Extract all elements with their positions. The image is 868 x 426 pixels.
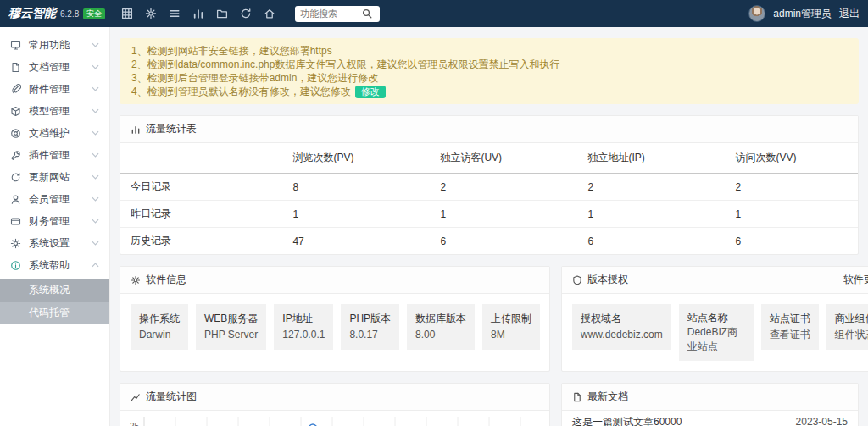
wrench-icon bbox=[10, 150, 21, 161]
view-certificate-link[interactable]: 查看证书 bbox=[770, 327, 810, 343]
chevron-down-icon bbox=[92, 42, 99, 47]
docs-list: 这是一篇测试文章60000 2023-05-15 这是一篇测试文章59999 2… bbox=[562, 411, 858, 426]
chevron-down-icon bbox=[92, 130, 99, 136]
info-label: 上传限制 bbox=[491, 311, 531, 327]
info-box: 上传限制 8M bbox=[482, 304, 540, 350]
card-header: 流量统计图 bbox=[120, 384, 549, 411]
component-status-link[interactable]: 组件状态 bbox=[835, 327, 868, 343]
sidebar-item-common[interactable]: 常用功能 bbox=[0, 34, 109, 56]
gear-icon bbox=[10, 238, 21, 249]
software-update-link[interactable]: 软件更新 bbox=[843, 273, 868, 287]
user-area: admin管理员 退出 bbox=[748, 5, 860, 22]
bar-chart-icon[interactable] bbox=[186, 0, 210, 27]
sidebar-item-documents[interactable]: 文档管理 bbox=[0, 56, 109, 78]
row-label: 昨日记录 bbox=[120, 201, 282, 228]
info-box: 站点证书 查看证书 bbox=[761, 304, 819, 350]
search-input[interactable] bbox=[300, 8, 359, 19]
sidebar-item-members[interactable]: 会员管理 bbox=[0, 188, 109, 210]
bottom-row: 流量统计图 bbox=[120, 383, 859, 426]
cell: 6 bbox=[577, 228, 725, 255]
avatar[interactable] bbox=[748, 5, 765, 22]
latest-docs-card: 最新文档 这是一篇测试文章60000 2023-05-15 这是一篇测试文章59… bbox=[561, 383, 859, 426]
sidebar-item-update-site[interactable]: 更新网站 bbox=[0, 166, 109, 188]
info-box: IP地址 127.0.0.1 bbox=[274, 304, 333, 350]
alert-line: 4、检测到管理员默认名称没有修改，建议您修改修改 bbox=[131, 85, 847, 98]
software-info-card: 软件信息 操作系统 Darwin WEB服务器 PHP Server IP地址 … bbox=[120, 266, 550, 372]
chevron-down-icon bbox=[92, 219, 99, 224]
sidebar-item-plugins[interactable]: 插件管理 bbox=[0, 144, 109, 166]
home-icon[interactable] bbox=[258, 0, 281, 27]
col-vv: 访问次数(VV) bbox=[725, 143, 858, 174]
menu-icon[interactable] bbox=[163, 0, 186, 27]
refresh-icon[interactable] bbox=[234, 0, 258, 27]
info-value: Darwin bbox=[139, 327, 180, 343]
info-label: 站点证书 bbox=[770, 311, 810, 327]
sidebar-item-settings[interactable]: 系统设置 bbox=[0, 232, 109, 254]
submenu-item-label: 代码托管 bbox=[29, 306, 70, 320]
row-label: 历史记录 bbox=[120, 228, 282, 255]
security-badge: 安全 bbox=[83, 8, 105, 19]
info-label: 授权域名 bbox=[581, 311, 663, 327]
chevron-down-icon bbox=[92, 196, 99, 202]
sidebar-item-label: 更新网站 bbox=[29, 170, 84, 185]
modify-button[interactable]: 修改 bbox=[355, 86, 386, 98]
refresh-icon bbox=[10, 172, 21, 183]
help-submenu: 系统概况 代码托管 bbox=[0, 279, 109, 324]
submenu-item-code-hosting[interactable]: 代码托管 bbox=[0, 302, 109, 324]
cell: 2 bbox=[430, 174, 577, 201]
username[interactable]: admin管理员 bbox=[773, 7, 832, 21]
folder-icon[interactable] bbox=[210, 0, 234, 27]
sidebar-item-label: 文档管理 bbox=[29, 60, 84, 75]
user-icon bbox=[10, 194, 21, 205]
grid-icon[interactable] bbox=[115, 0, 139, 27]
card-header: 流量统计表 bbox=[120, 116, 858, 143]
info-value: 8M bbox=[491, 327, 531, 343]
info-box: 授权域名 www.dedebiz.com bbox=[572, 304, 671, 350]
doc-date: 2023-05-15 bbox=[796, 415, 848, 426]
sidebar-item-label: 系统帮助 bbox=[29, 258, 84, 273]
lifebuoy-icon bbox=[10, 128, 21, 139]
info-box: PHP版本 8.0.17 bbox=[341, 304, 399, 350]
monitor-icon bbox=[10, 40, 21, 51]
brand-name: 穆云智能 bbox=[8, 6, 56, 21]
sidebar-item-finance[interactable]: 财务管理 bbox=[0, 210, 109, 232]
info-label: WEB服务器 bbox=[204, 311, 258, 327]
col-ip: 独立地址(IP) bbox=[577, 143, 725, 174]
info-icon bbox=[10, 260, 21, 271]
chevron-up-icon bbox=[92, 263, 99, 268]
info-value: 8.0.17 bbox=[349, 327, 391, 343]
col-blank bbox=[120, 143, 282, 174]
traffic-stats-card: 流量统计表 浏览次数(PV) 独立访客(UV) 独立地址(IP) 访问次数(VV… bbox=[120, 115, 859, 255]
alert-line: 1、检测到网站非安全链接，建议您部署https bbox=[131, 44, 847, 58]
info-box: 商业组件 组件状态 bbox=[826, 304, 868, 350]
brand-version: 6.2.8 bbox=[60, 9, 79, 19]
sidebar-item-maintenance[interactable]: 文档维护 bbox=[0, 122, 109, 144]
chevron-down-icon bbox=[92, 241, 99, 246]
document-icon bbox=[10, 62, 21, 73]
cell: 1 bbox=[430, 201, 577, 228]
info-label: 操作系统 bbox=[139, 311, 180, 327]
info-row: 软件信息 操作系统 Darwin WEB服务器 PHP Server IP地址 … bbox=[120, 266, 859, 372]
card-title: 最新文档 bbox=[587, 390, 628, 404]
sidebar-item-help[interactable]: 系统帮助 bbox=[0, 254, 109, 276]
cell: 1 bbox=[725, 201, 858, 228]
document-icon bbox=[572, 392, 582, 402]
info-value: PHP Server bbox=[204, 327, 258, 343]
license-card: 版本授权 软件更新 授权域名 www.dedebiz.com 站点名称 Dede… bbox=[561, 266, 868, 372]
sidebar-item-label: 系统设置 bbox=[29, 236, 84, 251]
sidebar-item-models[interactable]: 模型管理 bbox=[0, 100, 109, 122]
info-box: 站点名称 DedeBIZ商业站点 bbox=[679, 304, 754, 361]
info-value: DedeBIZ商业站点 bbox=[687, 325, 745, 354]
function-search bbox=[295, 6, 380, 22]
row-label: 今日记录 bbox=[120, 174, 282, 201]
search-icon[interactable] bbox=[362, 8, 372, 19]
logout-button[interactable]: 退出 bbox=[839, 7, 860, 21]
topbar: 穆云智能 6.2.8 安全 admin管理员 退出 bbox=[0, 0, 868, 27]
submenu-item-system-overview[interactable]: 系统概况 bbox=[0, 279, 109, 302]
sidebar-item-attachments[interactable]: 附件管理 bbox=[0, 78, 109, 100]
doc-title-link[interactable]: 这是一篇测试文章60000 bbox=[572, 415, 682, 426]
gear-icon[interactable] bbox=[139, 0, 163, 27]
traffic-chart-card: 流量统计图 bbox=[120, 383, 550, 426]
submenu-item-label: 系统概况 bbox=[29, 283, 70, 297]
shield-icon bbox=[572, 275, 582, 285]
